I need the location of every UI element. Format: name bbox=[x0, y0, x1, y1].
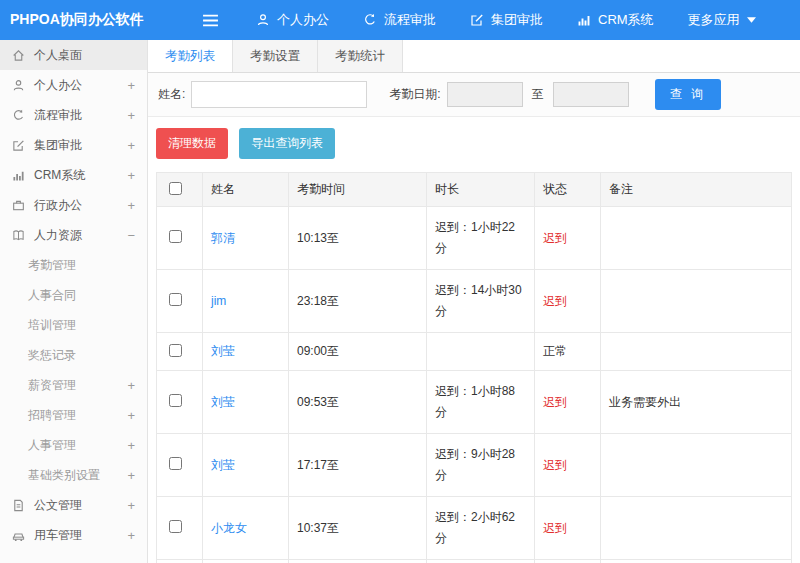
tab-attendance-list[interactable]: 考勤列表 bbox=[148, 40, 233, 72]
nav-crm-system[interactable]: CRM系统 bbox=[560, 0, 671, 40]
tab-attendance-settings[interactable]: 考勤设置 bbox=[233, 40, 318, 72]
employee-name-link[interactable]: 刘莹 bbox=[211, 395, 235, 409]
date-to-input[interactable] bbox=[553, 82, 629, 107]
search-button[interactable]: 查 询 bbox=[655, 79, 721, 110]
employee-name-link[interactable]: 刘莹 bbox=[211, 458, 235, 472]
table-row: 刘莹 09:00至 正常 bbox=[157, 333, 792, 371]
nav-personal-office[interactable]: 个人办公 bbox=[239, 0, 346, 40]
user-icon bbox=[256, 13, 270, 27]
employee-name-link[interactable]: 郭清 bbox=[211, 231, 235, 245]
user-icon bbox=[12, 79, 25, 92]
edit-icon bbox=[12, 139, 25, 152]
row-checkbox[interactable] bbox=[169, 230, 182, 243]
export-list-button[interactable]: 导出查询列表 bbox=[239, 128, 335, 159]
expand-plus[interactable]: + bbox=[127, 468, 135, 483]
table-row: jim 23:18至 迟到：14小时30分 迟到 bbox=[157, 270, 792, 333]
expand-plus[interactable]: + bbox=[127, 378, 135, 393]
duration-cell: 迟到：2小时62分 bbox=[427, 497, 535, 560]
select-all-checkbox[interactable] bbox=[169, 182, 182, 195]
expand-plus[interactable]: + bbox=[127, 408, 135, 423]
table-row: 管理员 10:54至10:54 迟到：2小时90分早退：7小时10分 迟到/早退… bbox=[157, 560, 792, 563]
topbar: PHPOA协同办公软件 个人办公 流程审批 集团审批 bbox=[0, 0, 800, 40]
sidebar-item-label: 个人办公 bbox=[34, 77, 82, 94]
attendance-time-cell: 10:13至 bbox=[289, 207, 427, 270]
bar-chart-icon bbox=[577, 13, 591, 27]
sidebar-item-reward-punishment[interactable]: 奖惩记录 bbox=[0, 340, 147, 370]
expand-plus[interactable]: + bbox=[127, 198, 135, 213]
sidebar: 个人桌面 个人办公 + 流程审批 + 集团审批 + CRM系统 + 行政办公 + bbox=[0, 40, 148, 563]
sidebar-item-document-mgmt[interactable]: 公文管理 + bbox=[0, 490, 147, 520]
duration-cell: 迟到：1小时88分 bbox=[427, 371, 535, 434]
sidebar-item-label: 人力资源 bbox=[34, 227, 82, 244]
collapse-minus[interactable]: − bbox=[127, 228, 135, 243]
col-header-time: 考勤时间 bbox=[289, 173, 427, 207]
employee-name-link[interactable]: 刘莹 bbox=[211, 344, 235, 358]
table-header-row: 姓名 考勤时间 时长 状态 备注 bbox=[157, 173, 792, 207]
bar-chart-icon bbox=[12, 169, 25, 182]
expand-plus[interactable]: + bbox=[127, 438, 135, 453]
sidebar-item-salary-mgmt[interactable]: 薪资管理 + bbox=[0, 370, 147, 400]
duration-cell: 迟到：14小时30分 bbox=[427, 270, 535, 333]
content-area: 清理数据 导出查询列表 姓名 考勤时间 时长 状态 备注 bbox=[148, 117, 800, 563]
expand-plus[interactable]: + bbox=[127, 108, 135, 123]
sidebar-item-personal-office[interactable]: 个人办公 + bbox=[0, 70, 147, 100]
employee-name-link[interactable]: 小龙女 bbox=[211, 521, 247, 535]
action-bar: 清理数据 导出查询列表 bbox=[156, 128, 792, 159]
date-from-input[interactable] bbox=[447, 82, 523, 107]
sidebar-item-vehicle-mgmt[interactable]: 用车管理 + bbox=[0, 520, 147, 550]
tab-strip: 考勤列表 考勤设置 考勤统计 bbox=[148, 40, 800, 73]
expand-plus[interactable]: + bbox=[127, 498, 135, 513]
sidebar-item-admin-office[interactable]: 行政办公 + bbox=[0, 190, 147, 220]
sidebar-item-attendance-mgmt[interactable]: 考勤管理 bbox=[0, 250, 147, 280]
row-checkbox[interactable] bbox=[169, 293, 182, 306]
status-cell: 正常 bbox=[535, 333, 601, 371]
chevron-down-icon bbox=[747, 17, 756, 23]
sidebar-item-label: 奖惩记录 bbox=[28, 347, 76, 364]
sidebar-item-personnel-mgmt[interactable]: 人事管理 + bbox=[0, 430, 147, 460]
status-cell: 迟到 bbox=[535, 270, 601, 333]
row-checkbox[interactable] bbox=[169, 344, 182, 357]
sidebar-item-hr[interactable]: 人力资源 − bbox=[0, 220, 147, 250]
sidebar-item-label: 集团审批 bbox=[34, 137, 82, 154]
row-checkbox[interactable] bbox=[169, 520, 182, 533]
attendance-time-cell: 10:37至 bbox=[289, 497, 427, 560]
sidebar-item-training-mgmt[interactable]: 培训管理 bbox=[0, 310, 147, 340]
note-cell bbox=[601, 333, 792, 371]
expand-plus[interactable]: + bbox=[127, 138, 135, 153]
sidebar-item-label: 个人桌面 bbox=[34, 47, 82, 64]
note-cell: 1111 bbox=[601, 560, 792, 563]
sidebar-item-hr-contract[interactable]: 人事合同 bbox=[0, 280, 147, 310]
expand-plus[interactable]: + bbox=[127, 78, 135, 93]
clear-data-button[interactable]: 清理数据 bbox=[156, 128, 228, 159]
expand-plus[interactable]: + bbox=[127, 528, 135, 543]
sidebar-item-base-category-settings[interactable]: 基础类别设置 + bbox=[0, 460, 147, 490]
top-navigation: 个人办公 流程审批 集团审批 CRM系统 更多应用 bbox=[239, 0, 773, 40]
nav-label: 更多应用 bbox=[688, 11, 740, 29]
employee-name-link[interactable]: jim bbox=[211, 294, 226, 308]
sidebar-item-recruit-mgmt[interactable]: 招聘管理 + bbox=[0, 400, 147, 430]
briefcase-icon bbox=[12, 199, 25, 212]
sidebar-item-desktop[interactable]: 个人桌面 bbox=[0, 40, 147, 70]
sidebar-item-label: CRM系统 bbox=[34, 167, 85, 184]
sidebar-item-workflow-approval[interactable]: 流程审批 + bbox=[0, 100, 147, 130]
sidebar-item-group-approval[interactable]: 集团审批 + bbox=[0, 130, 147, 160]
nav-more-apps[interactable]: 更多应用 bbox=[671, 0, 773, 40]
col-header-duration: 时长 bbox=[427, 173, 535, 207]
nav-label: 集团审批 bbox=[491, 11, 543, 29]
expand-plus[interactable]: + bbox=[127, 168, 135, 183]
col-header-status: 状态 bbox=[535, 173, 601, 207]
row-checkbox[interactable] bbox=[169, 394, 182, 407]
menu-toggle-button[interactable] bbox=[202, 14, 219, 27]
name-filter-input[interactable] bbox=[191, 81, 367, 108]
attendance-table: 姓名 考勤时间 时长 状态 备注 郭清 10:13至 迟到：1小时22分 迟到 … bbox=[156, 172, 792, 563]
duration-cell: 迟到：9小时28分 bbox=[427, 434, 535, 497]
duration-cell: 迟到：1小时22分 bbox=[427, 207, 535, 270]
row-checkbox[interactable] bbox=[169, 457, 182, 470]
book-icon bbox=[12, 229, 25, 242]
sidebar-item-crm[interactable]: CRM系统 + bbox=[0, 160, 147, 190]
status-cell: 迟到 bbox=[535, 207, 601, 270]
attendance-time-cell: 09:53至 bbox=[289, 371, 427, 434]
nav-group-approval[interactable]: 集团审批 bbox=[453, 0, 560, 40]
tab-attendance-stats[interactable]: 考勤统计 bbox=[318, 40, 403, 72]
nav-workflow-approval[interactable]: 流程审批 bbox=[346, 0, 453, 40]
